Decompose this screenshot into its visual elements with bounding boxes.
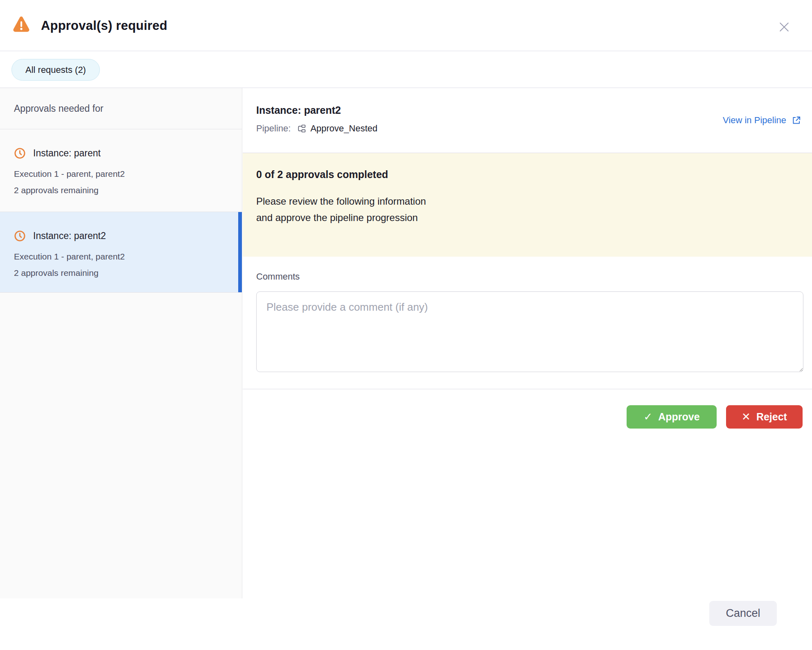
approval-item-remaining: 2 approvals remaining bbox=[14, 185, 228, 195]
approval-list-item-parent[interactable]: Instance: parent Execution 1 - parent, p… bbox=[0, 129, 242, 212]
approval-item-remaining: 2 approvals remaining bbox=[14, 268, 228, 278]
filter-row: All requests (2) bbox=[0, 52, 812, 88]
detail-head: Instance: parent2 Pipeline: Approve_Nest… bbox=[243, 88, 812, 153]
pending-clock-icon bbox=[14, 147, 26, 159]
comments-label: Comments bbox=[256, 271, 812, 282]
approval-modal: Approval(s) required All requests (2) Ap… bbox=[0, 0, 812, 650]
approval-list-item-parent2[interactable]: Instance: parent2 Execution 1 - parent, … bbox=[0, 212, 242, 293]
approval-item-execution: Execution 1 - parent, parent2 bbox=[14, 252, 228, 262]
view-in-pipeline-link[interactable]: View in Pipeline bbox=[723, 115, 802, 126]
cross-icon: ✕ bbox=[742, 411, 751, 423]
reject-button-label: Reject bbox=[756, 411, 787, 423]
approve-button[interactable]: ✓ Approve bbox=[627, 405, 717, 429]
sidebar-heading: Approvals needed for bbox=[0, 88, 242, 129]
external-link-icon bbox=[791, 115, 802, 126]
modal-header: Approval(s) required bbox=[0, 0, 812, 51]
close-icon[interactable] bbox=[777, 20, 792, 34]
approval-item-execution: Execution 1 - parent, parent2 bbox=[14, 169, 228, 179]
cancel-button[interactable]: Cancel bbox=[709, 601, 777, 626]
all-requests-pill[interactable]: All requests (2) bbox=[11, 59, 100, 81]
approval-item-title: Instance: parent bbox=[33, 148, 101, 159]
pending-clock-icon bbox=[14, 230, 26, 242]
comment-input[interactable] bbox=[256, 291, 803, 372]
approval-message-line1: Please review the following information bbox=[256, 193, 798, 210]
pipeline-label: Pipeline: bbox=[256, 123, 291, 134]
view-in-pipeline-label: View in Pipeline bbox=[723, 115, 786, 126]
pipeline-row: Pipeline: Approve_Nested bbox=[256, 123, 377, 134]
approval-message: Please review the following information … bbox=[256, 193, 798, 226]
approval-message-line2: and approve the pipeline progression bbox=[256, 210, 798, 226]
approvals-sidebar: Approvals needed for Instance: parent Ex… bbox=[0, 88, 242, 598]
approval-detail-pane: Instance: parent2 Pipeline: Approve_Nest… bbox=[243, 88, 812, 650]
reject-button[interactable]: ✕ Reject bbox=[726, 405, 803, 429]
modal-title: Approval(s) required bbox=[41, 0, 167, 51]
instance-title: Instance: parent2 bbox=[256, 104, 341, 116]
warning-triangle-icon bbox=[11, 15, 31, 34]
comments-block: Comments bbox=[243, 271, 812, 372]
pipeline-icon bbox=[296, 124, 306, 133]
approval-info-banner: 0 of 2 approvals completed Please review… bbox=[243, 153, 812, 257]
approval-status-text: 0 of 2 approvals completed bbox=[256, 169, 798, 181]
approval-item-title: Instance: parent2 bbox=[33, 230, 106, 241]
approve-button-label: Approve bbox=[658, 411, 699, 423]
check-icon: ✓ bbox=[643, 411, 652, 423]
pipeline-name: Approve_Nested bbox=[310, 123, 377, 134]
action-row: ✓ Approve ✕ Reject bbox=[243, 389, 812, 430]
